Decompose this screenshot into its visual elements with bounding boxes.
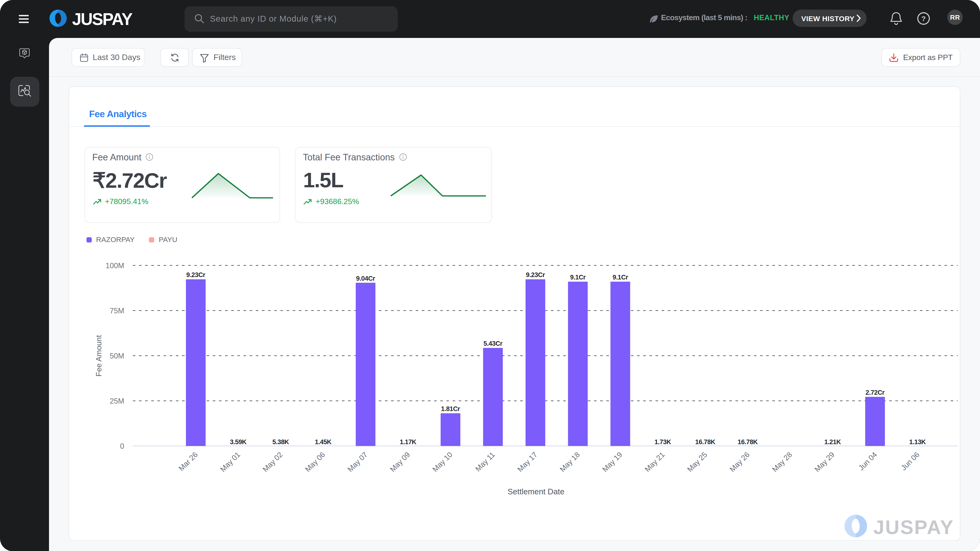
svg-text:1.17K: 1.17K	[400, 438, 417, 446]
svg-text:Fee Amount: Fee Amount	[94, 335, 103, 377]
svg-text:100M: 100M	[105, 262, 124, 270]
svg-text:3.59K: 3.59K	[230, 438, 247, 446]
svg-text:Jun 04: Jun 04	[857, 450, 879, 472]
svg-text:25M: 25M	[110, 397, 124, 405]
svg-text:May 09: May 09	[388, 450, 412, 474]
svg-text:May 25: May 25	[686, 450, 709, 474]
svg-text:1.81Cr: 1.81Cr	[441, 405, 460, 413]
svg-text:16.78K: 16.78K	[695, 438, 716, 446]
svg-text:2.72Cr: 2.72Cr	[865, 389, 885, 396]
svg-text:5.43Cr: 5.43Cr	[484, 340, 503, 347]
svg-text:9.23Cr: 9.23Cr	[186, 271, 205, 278]
svg-text:1.45K: 1.45K	[315, 438, 332, 446]
svg-text:May 26: May 26	[728, 450, 751, 474]
svg-text:1.21K: 1.21K	[824, 438, 841, 446]
svg-text:May 28: May 28	[770, 450, 794, 474]
svg-text:Jun 06: Jun 06	[899, 450, 921, 472]
svg-text:1.13K: 1.13K	[909, 438, 926, 446]
svg-text:May 02: May 02	[261, 450, 285, 474]
svg-text:9.1Cr: 9.1Cr	[570, 274, 586, 281]
svg-text:May 17: May 17	[516, 450, 539, 474]
svg-text:1.73K: 1.73K	[654, 438, 671, 446]
svg-text:Mar 26: Mar 26	[177, 450, 199, 473]
svg-text:9.23Cr: 9.23Cr	[526, 271, 545, 278]
svg-text:May 11: May 11	[474, 450, 496, 473]
svg-text:May 18: May 18	[558, 450, 582, 474]
svg-text:May 07: May 07	[346, 450, 369, 474]
svg-text:50M: 50M	[110, 352, 124, 360]
svg-text:May 10: May 10	[431, 450, 454, 474]
svg-text:0: 0	[120, 442, 124, 450]
svg-text:16.78K: 16.78K	[738, 438, 758, 446]
svg-text:5.38K: 5.38K	[272, 438, 289, 446]
svg-text:May 01: May 01	[219, 450, 242, 474]
svg-text:May 19: May 19	[601, 450, 624, 474]
svg-text:?: ?	[921, 15, 926, 22]
svg-text:Settlement Date: Settlement Date	[508, 487, 565, 496]
svg-text:May 06: May 06	[304, 450, 327, 474]
svg-text:9.1Cr: 9.1Cr	[612, 274, 628, 281]
svg-text:May 21: May 21	[643, 450, 667, 474]
svg-text:May 29: May 29	[813, 450, 836, 474]
svg-text:75M: 75M	[110, 306, 124, 315]
svg-text:9.04Cr: 9.04Cr	[356, 275, 375, 282]
